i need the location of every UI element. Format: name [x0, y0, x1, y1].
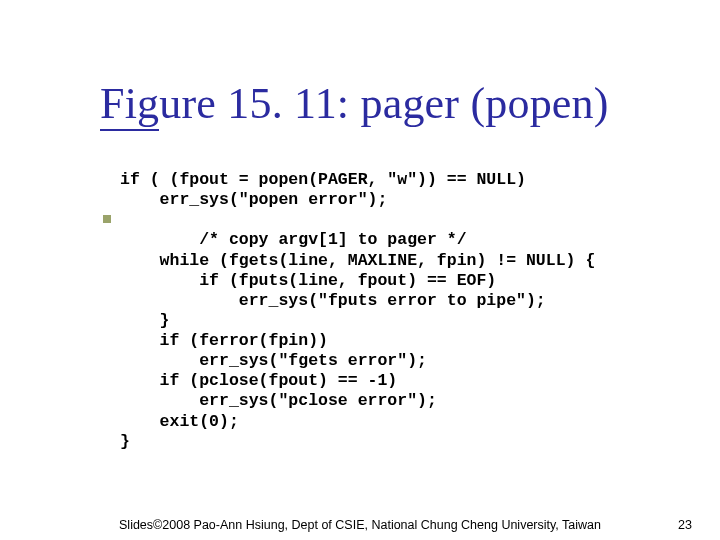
title-underline-part: Fig	[100, 79, 159, 131]
slide: Figure 15. 11: pager (popen) if ( (fpout…	[0, 0, 720, 540]
bullet-icon	[103, 215, 111, 223]
title-rest: ure 15. 11: pager (popen)	[159, 79, 608, 128]
page-number: 23	[678, 518, 692, 532]
slide-title: Figure 15. 11: pager (popen)	[100, 78, 609, 129]
footer-credits: Slides©2008 Pao-Ann Hsiung, Dept of CSIE…	[0, 518, 720, 532]
code-block: if ( (fpout = popen(PAGER, "w")) == NULL…	[120, 170, 680, 452]
